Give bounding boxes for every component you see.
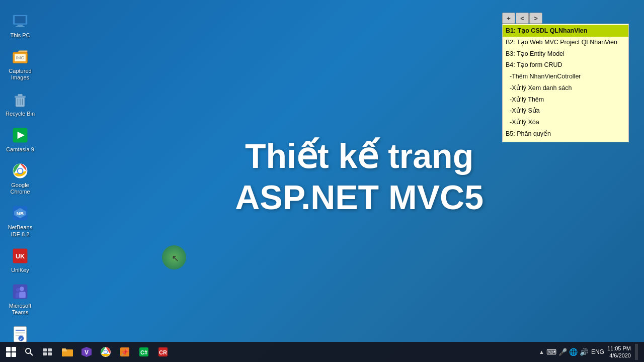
tray-mic-icon: 🎤 <box>558 348 567 356</box>
cursor-highlight: ↖ <box>162 245 186 269</box>
desktop-icon-netbeans-label: NetBeans IDE 8.2 <box>4 224 36 237</box>
taskbar-chrome-icon <box>100 346 111 357</box>
svg-text:UK: UK <box>16 253 25 260</box>
system-tray-icons: ▲ ⌨ 🎤 🌐 🔊 <box>539 348 588 356</box>
svg-rect-1 <box>15 16 26 23</box>
notes-nav-next-button[interactable]: > <box>529 13 542 24</box>
this-pc-icon <box>10 11 30 31</box>
desktop: This PC IMG Captured Images <box>0 0 644 362</box>
svg-text:V: V <box>85 349 89 356</box>
taskbar-green-icon: C# <box>138 346 149 357</box>
svg-rect-3 <box>16 26 25 27</box>
captured-images-icon: IMG <box>10 47 30 67</box>
svg-rect-10 <box>18 94 23 96</box>
desktop-icon-unikey[interactable]: UK UniKey <box>2 244 38 276</box>
notes-item-b2: B2: Tạo Web MVC Project QLNhanVien <box>506 37 625 48</box>
desktop-icon-this-pc[interactable]: This PC <box>2 9 38 41</box>
svg-rect-28 <box>19 292 26 298</box>
windows-logo-icon <box>6 347 16 357</box>
taskbar-app-red[interactable]: CR <box>154 343 172 361</box>
desktop-icon-camtasia-label: Camtasia 9 <box>6 146 34 153</box>
svg-rect-45 <box>48 348 52 351</box>
notes-nav-buttons: + < > <box>502 13 629 24</box>
chrome-icon <box>10 161 30 181</box>
tray-volume-icon: 🔊 <box>580 348 588 356</box>
notes-item-b4-xemds: -Xử lý Xem danh sách <box>506 82 625 94</box>
start-button[interactable] <box>2 343 20 361</box>
svg-rect-9 <box>15 96 26 98</box>
taskbar-task-view-button[interactable] <box>38 343 56 361</box>
svg-point-18 <box>18 168 23 173</box>
taskbar-file-explorer[interactable] <box>58 343 76 361</box>
taskbar-apps: V 📌 <box>58 343 172 361</box>
desktop-icon-this-pc-label: This PC <box>10 32 30 39</box>
desktop-icon-captured-images[interactable]: IMG Captured Images <box>2 45 38 83</box>
desktop-icon-recycle-bin-label: Recycle Bin <box>6 111 35 117</box>
svg-point-42 <box>26 348 31 353</box>
desktop-icon-teams[interactable]: Microsoft Teams <box>2 280 38 318</box>
cursor-arrow-icon: ↖ <box>172 253 179 264</box>
camtasia-icon <box>10 125 30 145</box>
visual-studio-icon: V <box>81 346 92 357</box>
svg-rect-2 <box>18 25 23 26</box>
tray-network-icon: 🌐 <box>569 348 578 356</box>
main-heading-line1: Thiết kế trang <box>245 137 473 175</box>
teams-icon <box>10 282 30 302</box>
desktop-icon-chrome[interactable]: Google Chrome <box>2 159 38 197</box>
notes-content: B1: Tạo CSDL QLNhanVien B2: Tạo Web MVC … <box>502 24 629 142</box>
main-heading: Thiết kế trang ASP.NET MVC5 <box>235 136 484 218</box>
desktop-icon-netbeans[interactable]: NB NetBeans IDE 8.2 <box>2 201 38 239</box>
file-explorer-icon <box>61 347 73 357</box>
svg-point-55 <box>104 350 107 353</box>
taskbar-search-button[interactable] <box>21 344 37 360</box>
notes-item-b1: B1: Tạo CSDL QLNhanVien <box>503 25 628 37</box>
notes-nav-prev-button[interactable]: < <box>516 13 529 24</box>
notes-item-b4-controller: -Thêm NhanVienCotroller <box>506 71 625 82</box>
svg-point-25 <box>20 287 24 291</box>
svg-text:📌: 📌 <box>121 348 129 356</box>
tray-arrow-icon[interactable]: ▲ <box>539 349 544 355</box>
svg-rect-47 <box>48 352 52 355</box>
taskbar-red-icon: CR <box>157 346 169 357</box>
svg-text:NB: NB <box>17 211 24 216</box>
svg-text:✓: ✓ <box>19 337 23 341</box>
notes-item-b4-sua: -Xử lý Sửa <box>506 105 625 117</box>
taskbar: V 📌 <box>0 342 644 362</box>
notes-item-b5: B5: Phân quyền <box>506 128 625 140</box>
svg-line-43 <box>30 353 33 355</box>
desktop-icon-chrome-label: Google Chrome <box>4 182 36 195</box>
taskbar-app-pin[interactable]: 📌 <box>116 343 134 361</box>
task-view-icon <box>42 348 52 356</box>
taskbar-chrome[interactable] <box>97 343 115 361</box>
svg-text:IMG: IMG <box>16 56 25 61</box>
desktop-icon-teams-label: Microsoft Teams <box>4 303 36 316</box>
svg-text:C#: C# <box>140 349 147 355</box>
search-icon <box>25 347 34 356</box>
svg-point-26 <box>16 288 20 292</box>
notes-item-b4-them: -Xử lý Thêm <box>506 94 625 106</box>
notes-item-b4: B4: Tạo form CRUD <box>506 59 625 71</box>
task-icon: ✓ <box>10 324 30 344</box>
taskbar-app-green[interactable]: C# <box>135 343 153 361</box>
netbeans-icon: NB <box>10 203 30 223</box>
unikey-icon: UK <box>10 246 30 266</box>
desktop-icon-unikey-label: UniKey <box>11 267 29 274</box>
taskbar-time-display: 11:05 PM <box>607 345 631 352</box>
notes-nav-add-button[interactable]: + <box>502 13 515 24</box>
taskbar-clock[interactable]: 11:05 PM 4/6/2020 <box>607 345 631 359</box>
language-indicator[interactable]: ENG <box>591 348 604 355</box>
recycle-bin-icon <box>10 89 30 110</box>
main-heading-line2: ASP.NET MVC5 <box>235 178 484 216</box>
notes-panel-wrapper: + < > B1: Tạo CSDL QLNhanVien B2: Tạo We… <box>502 13 629 142</box>
desktop-icon-recycle-bin[interactable]: Recycle Bin <box>2 87 38 119</box>
svg-rect-44 <box>43 348 47 351</box>
desktop-icon-camtasia[interactable]: Camtasia 9 <box>2 123 38 155</box>
show-desktop-button[interactable] <box>635 344 638 360</box>
svg-rect-46 <box>43 352 47 355</box>
notes-item-b3: B3: Tạo Entity Model <box>506 48 625 60</box>
taskbar-date-display: 4/6/2020 <box>607 352 631 359</box>
svg-text:CR: CR <box>159 349 167 355</box>
taskbar-visual-studio[interactable]: V <box>77 343 96 361</box>
svg-rect-50 <box>62 348 66 350</box>
desktop-icon-list: This PC IMG Captured Images <box>0 5 40 362</box>
